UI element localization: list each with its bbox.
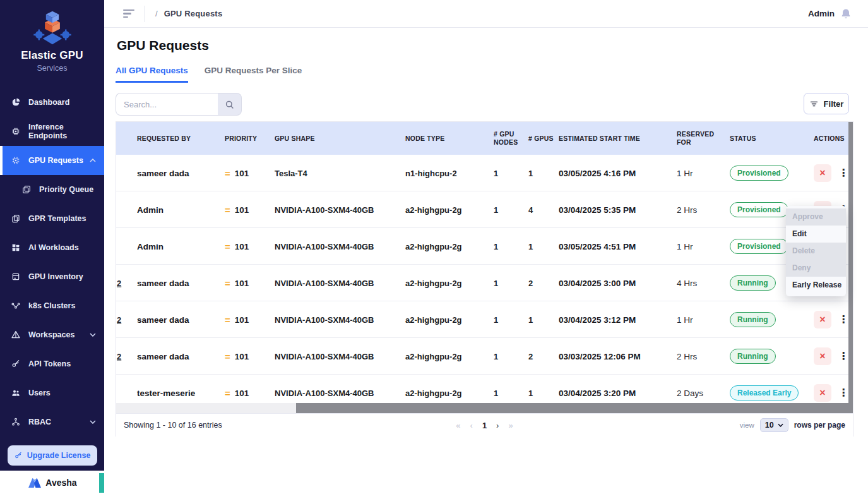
priority-equals-icon: = <box>225 167 230 178</box>
delete-request-button[interactable]: × <box>814 311 831 328</box>
sidebar-item-rbac[interactable]: RBAC <box>0 407 104 437</box>
table-row: Admin=101NVIDIA-A100-SXM4-40GBa2-highgpu… <box>116 228 848 265</box>
breadcrumb[interactable]: GPU Requests <box>164 9 223 18</box>
column-header-gpu-nodes[interactable]: # GPU NODES <box>494 122 526 155</box>
sidebar-item-label: API Tokens <box>28 359 71 368</box>
page-title: GPU Requests <box>117 38 209 53</box>
actions-cell: ×⋮ <box>814 311 848 328</box>
column-header-status[interactable]: STATUS <box>730 122 814 155</box>
node-type-cell: a2-highgpu-2g <box>405 388 494 397</box>
column-header-priority[interactable]: PRIORITY <box>225 122 275 155</box>
tab-all-gpu-requests[interactable]: All GPU Requests <box>116 66 188 83</box>
requested-by-cell: sameer dada <box>137 315 225 324</box>
sidebar-item-api-tokens[interactable]: API Tokens <box>0 349 104 378</box>
column-header-gpu-shape[interactable]: GPU SHAPE <box>275 122 405 155</box>
vertical-scrollbar[interactable] <box>848 122 853 413</box>
sidebar-item-users[interactable]: Users <box>0 378 104 407</box>
sidebar-item-label: GPR Templates <box>28 214 86 223</box>
sidebar-item-label: GPU Requests <box>28 156 83 165</box>
sidebar-item-gpu-inventory[interactable]: GPU Inventory <box>0 262 104 291</box>
menu-item-edit[interactable]: Edit <box>786 226 846 243</box>
gpu-nodes-cell: 1 <box>494 351 526 361</box>
user-name[interactable]: Admin <box>808 9 835 18</box>
delete-request-button[interactable]: × <box>814 347 831 365</box>
column-header-gpus[interactable]: # GPUS <box>528 122 556 155</box>
prism-icon <box>11 330 21 340</box>
gpu-shape-cell: NVIDIA-A100-SXM4-40GB <box>275 205 405 214</box>
sidebar-item-inference-endpoints[interactable]: Inference Endpoints <box>0 117 104 146</box>
sidebar-item-k8s-clusters[interactable]: k8s Clusters <box>0 291 104 320</box>
priority-equals-icon: = <box>225 277 230 288</box>
pagination: « ‹ 1 › » <box>456 421 513 430</box>
priority-equals-icon: = <box>225 314 230 325</box>
column-header-reserved-for[interactable]: RESERVED FOR <box>677 122 723 155</box>
horizontal-scrollbar-track[interactable] <box>116 403 848 413</box>
status-badge: Provisioned <box>730 166 788 181</box>
tab-gpu-requests-per-slice[interactable]: GPU Requests Per Slice <box>205 66 302 83</box>
status-cell: Running <box>727 349 814 364</box>
copy-icon <box>11 214 21 224</box>
node-type-cell: a2-highgpu-2g <box>405 205 494 214</box>
status-cell: Provisioned <box>727 166 814 181</box>
request-id-link[interactable]: 2 <box>117 351 136 361</box>
menu-item-early-release[interactable]: Early Release <box>786 277 846 294</box>
column-header-actions[interactable]: ACTIONS <box>814 122 848 155</box>
filter-button[interactable]: Filter <box>804 93 849 114</box>
filter-icon <box>809 99 819 109</box>
menu-toggle-icon[interactable] <box>123 9 134 18</box>
gpu-shape-cell: NVIDIA-A100-SXM4-40GB <box>275 278 405 287</box>
upgrade-license-button[interactable]: Upgrade License <box>8 445 97 466</box>
windows-icon <box>21 184 32 195</box>
priority-value: 101 <box>235 278 249 287</box>
pagination-last-button[interactable]: » <box>508 421 513 430</box>
node-type-cell: a2-highgpu-2g <box>405 315 494 324</box>
avesha-logo-icon <box>27 477 42 488</box>
sidebar-item-label: AI Workloads <box>28 243 79 252</box>
search-icon <box>224 99 235 110</box>
request-id-link[interactable]: 2 <box>117 315 136 324</box>
column-header-requested-by[interactable]: REQUESTED BY <box>137 122 225 155</box>
menu-item-deny: Deny <box>786 260 846 277</box>
row-menu-icon[interactable]: ⋮ <box>838 387 848 399</box>
elastic-gpu-logo-icon <box>32 10 73 45</box>
search-button[interactable] <box>218 93 242 116</box>
request-id-link[interactable]: 2 <box>117 278 136 287</box>
pagination-first-button[interactable]: « <box>456 421 460 430</box>
priority-cell: =101 <box>225 277 275 288</box>
search-input[interactable] <box>116 93 218 116</box>
column-header-node-type[interactable]: NODE TYPE <box>405 122 494 155</box>
table-row: 2sameer dada=101NVIDIA-A100-SXM4-40GBa2-… <box>116 301 848 338</box>
pagination-next-button[interactable]: › <box>496 421 499 430</box>
row-menu-icon[interactable]: ⋮ <box>838 167 848 179</box>
requested-by-cell: sameer dada <box>137 168 225 178</box>
reserved-for-cell: 2 Days <box>677 388 723 397</box>
row-menu-icon[interactable]: ⋮ <box>838 313 848 325</box>
grid-icon <box>11 243 21 253</box>
column-header-estimated-start-time[interactable]: ESTIMATED START TIME <box>559 122 671 155</box>
sidebar-item-dashboard[interactable]: Dashboard <box>0 88 104 117</box>
showing-entries-label: Showing 1 - 10 of 16 entries <box>124 421 222 430</box>
sidebar-item-gpr-templates[interactable]: GPR Templates <box>0 204 104 233</box>
sidebar: Elastic GPU Services DashboardInference … <box>0 0 104 494</box>
pagination-prev-button[interactable]: ‹ <box>470 421 473 430</box>
sidebar-item-gpu-requests[interactable]: GPU Requests <box>0 146 104 175</box>
sidebar-item-workspaces[interactable]: Workspaces <box>0 320 104 349</box>
delete-request-button[interactable]: × <box>814 384 831 402</box>
reserved-for-cell: 1 Hr <box>677 241 723 251</box>
sidebar-item-label: Dashboard <box>28 98 69 107</box>
view-label: view <box>740 421 754 429</box>
row-menu-icon[interactable]: ⋮ <box>838 350 848 362</box>
sidebar-item-priority-queue[interactable]: Priority Queue <box>0 175 104 204</box>
table-row: sameer dada=101Tesla-T4n1-highcpu-21103/… <box>116 155 848 191</box>
priority-equals-icon: = <box>225 241 230 251</box>
notifications-bell-icon[interactable] <box>840 8 852 20</box>
gpus-cell: 2 <box>528 351 555 361</box>
delete-request-button[interactable]: × <box>814 164 831 182</box>
sidebar-item-ai-workloads[interactable]: AI Workloads <box>0 233 104 262</box>
horizontal-scrollbar-thumb[interactable] <box>296 403 848 413</box>
priority-cell: =101 <box>225 204 275 215</box>
rows-per-page-select[interactable]: 10 <box>760 418 788 432</box>
pagination-page-1[interactable]: 1 <box>482 421 487 430</box>
gpu-nodes-cell: 1 <box>494 241 526 251</box>
footer-accent-bar <box>99 473 104 493</box>
